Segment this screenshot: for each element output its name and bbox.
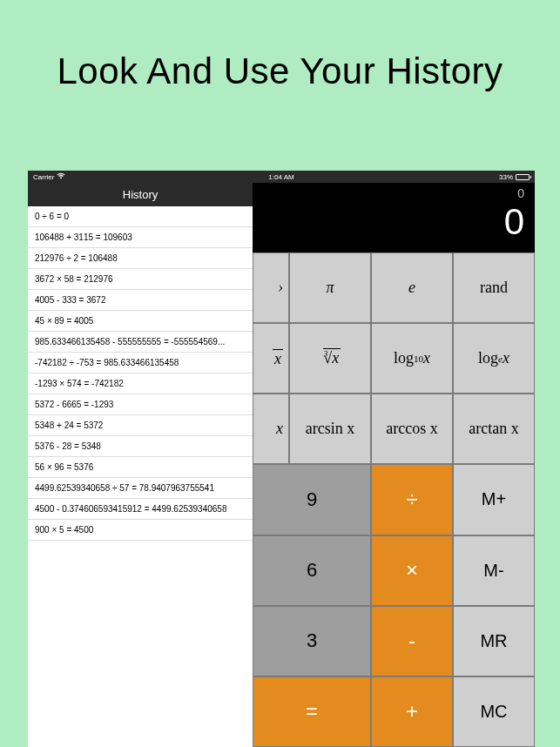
history-item[interactable]: 4499.62539340658 ÷ 57 = 78.9407963755541 bbox=[28, 478, 253, 499]
history-item[interactable]: 3672 × 58 = 212976 bbox=[28, 269, 253, 290]
carrier-label: Carrier bbox=[33, 173, 54, 181]
key-6[interactable]: 6 bbox=[253, 535, 371, 606]
history-item[interactable]: 0 ÷ 6 = 0 bbox=[28, 206, 253, 227]
history-item[interactable]: -742182 ÷ -753 = 985.633466135458 bbox=[28, 353, 253, 374]
key-mc[interactable]: MC bbox=[453, 676, 535, 747]
clock: 1:04 AM bbox=[268, 173, 293, 181]
key-trig-partial[interactable]: x bbox=[253, 394, 289, 464]
key-e[interactable]: e bbox=[371, 252, 453, 323]
status-bar: Carrier 1:04 AM 33% bbox=[28, 171, 535, 183]
history-list[interactable]: 0 ÷ 6 = 0 106488 + 3115 = 109603 212976 … bbox=[28, 206, 253, 747]
key-mr[interactable]: MR bbox=[453, 606, 535, 676]
key-divide[interactable]: ÷ bbox=[371, 464, 453, 535]
history-item[interactable]: 900 × 5 = 4500 bbox=[28, 520, 253, 541]
history-item[interactable]: -1293 × 574 = -742182 bbox=[28, 374, 253, 394]
battery-percent: 33% bbox=[499, 173, 513, 181]
key-arctan[interactable]: arctan x bbox=[453, 394, 535, 464]
key-mminus[interactable]: M- bbox=[453, 535, 535, 606]
key-log10[interactable]: log10 x bbox=[371, 323, 453, 394]
history-item[interactable]: 5376 - 28 = 5348 bbox=[28, 436, 253, 457]
key-subtract[interactable]: - bbox=[371, 606, 453, 676]
key-3[interactable]: 3 bbox=[253, 606, 371, 676]
key-rand[interactable]: rand bbox=[453, 252, 535, 323]
history-item[interactable]: 106488 + 3115 = 109603 bbox=[28, 227, 253, 248]
key-arccos[interactable]: arccos x bbox=[371, 394, 453, 464]
key-partial-1[interactable]: › bbox=[253, 252, 289, 323]
key-pi[interactable]: π bbox=[289, 252, 371, 323]
history-item[interactable]: 212976 ÷ 2 = 106488 bbox=[28, 248, 253, 269]
key-9[interactable]: 9 bbox=[253, 464, 371, 535]
history-item[interactable]: 5372 - 6665 = -1293 bbox=[28, 394, 253, 415]
history-item[interactable]: 5348 + 24 = 5372 bbox=[28, 415, 253, 436]
history-title: History bbox=[28, 183, 253, 206]
battery-icon bbox=[516, 174, 530, 180]
display-secondary: 0 bbox=[253, 186, 524, 204]
key-equals[interactable]: = bbox=[253, 676, 371, 747]
key-add[interactable]: + bbox=[371, 676, 453, 747]
history-item[interactable]: 985.633466135458 - 555555555 = -55555456… bbox=[28, 332, 253, 353]
device-frame: Carrier 1:04 AM 33% History 0 ÷ 6 = 0 10… bbox=[28, 171, 535, 747]
history-item[interactable]: 4005 - 333 = 3672 bbox=[28, 290, 253, 311]
wifi-icon bbox=[57, 172, 65, 181]
key-multiply[interactable]: × bbox=[371, 535, 453, 606]
calc-display: 0 0 bbox=[253, 183, 535, 252]
history-item[interactable]: 56 × 96 = 5376 bbox=[28, 457, 253, 478]
keypad: › π e rand x 3x log10 x loge x x arcsin … bbox=[253, 252, 535, 747]
display-primary: 0 bbox=[253, 204, 524, 240]
headline: Look And Use Your History bbox=[0, 0, 560, 136]
key-cuberoot[interactable]: 3x bbox=[289, 323, 371, 394]
key-loge[interactable]: loge x bbox=[453, 323, 535, 394]
key-mplus[interactable]: M+ bbox=[453, 464, 535, 535]
history-panel: History 0 ÷ 6 = 0 106488 + 3115 = 109603… bbox=[28, 183, 253, 747]
history-item[interactable]: 4500 - 0.374606593415912 = 4499.62539340… bbox=[28, 499, 253, 520]
history-item[interactable]: 45 × 89 = 4005 bbox=[28, 311, 253, 332]
key-root-partial[interactable]: x bbox=[253, 323, 289, 394]
key-arcsin[interactable]: arcsin x bbox=[289, 394, 371, 464]
